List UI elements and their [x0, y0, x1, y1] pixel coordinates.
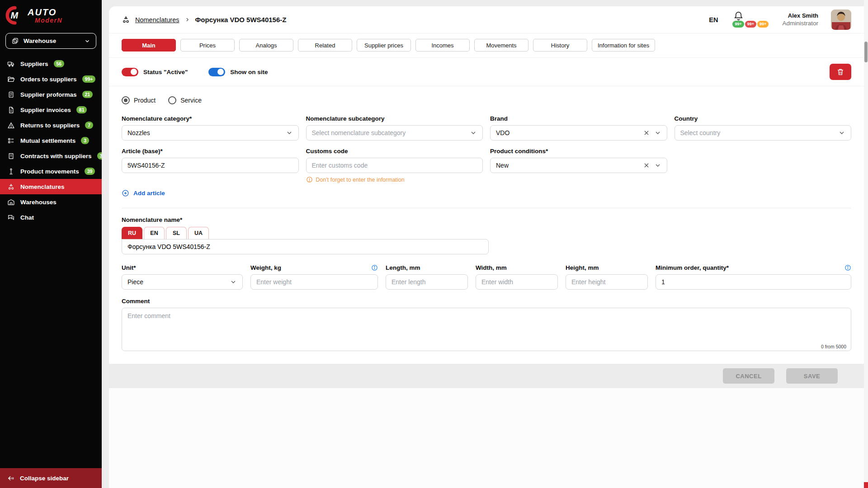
field-label: Width, mm: [476, 264, 558, 271]
tab-related[interactable]: Related: [298, 39, 352, 52]
field-nomenclature-category: Nomenclature category* Nozzles: [122, 115, 299, 141]
count-badge: 39: [85, 168, 95, 175]
warehouse-selector[interactable]: Warehouse: [5, 33, 96, 49]
field-minimum-order: Minimum order, quantity*: [656, 264, 851, 290]
field-product-conditions: Product conditions* New: [490, 148, 667, 183]
chevron-down-icon: [838, 129, 845, 136]
sidebar-item-label: Contracts with suppliers: [20, 153, 92, 160]
nomenclature-name-input[interactable]: [122, 239, 489, 254]
category-value: Nozzles: [127, 129, 282, 136]
user-info: Alex Smith Administrator: [782, 12, 818, 28]
sidebar-item-label: Supplier proformas: [20, 91, 77, 98]
category-select[interactable]: Nozzles: [122, 125, 299, 141]
form-row-1: Nomenclature category* Nozzles Nomenclat…: [122, 115, 851, 141]
sidebar-item-orders-to-suppliers[interactable]: Orders to suppliers 99+: [0, 71, 102, 87]
tab-history[interactable]: History: [533, 39, 587, 52]
subcategory-select[interactable]: Select nomenclature subcategory: [306, 125, 483, 141]
svg-text:M: M: [11, 10, 19, 20]
sidebar-item-chat[interactable]: Chat: [0, 210, 102, 225]
toggle-row: Status "Active" Show on site: [109, 58, 864, 86]
sidebar-item-contracts-with-suppliers[interactable]: Contracts with suppliers 3: [0, 148, 102, 164]
scrollbar-bottom-cap[interactable]: [864, 482, 868, 488]
weight-input[interactable]: [256, 278, 372, 286]
sidebar-item-label: Chat: [20, 214, 34, 221]
sidebar-item-supplier-proformas[interactable]: Supplier proformas 21: [0, 87, 102, 102]
type-radio-group: Product Service: [122, 96, 851, 104]
clear-icon[interactable]: [643, 162, 650, 169]
chevron-right-icon: [184, 17, 190, 23]
info-icon[interactable]: [844, 264, 851, 271]
sidebar-item-product-movements[interactable]: Product movements 39: [0, 164, 102, 179]
notifications-button[interactable]: 99+ 99+ 99+: [731, 9, 769, 30]
hierarchy-icon: [122, 15, 130, 24]
height-input-wrap: [566, 274, 648, 290]
width-input[interactable]: [481, 278, 552, 286]
count-badge: 56: [54, 60, 65, 67]
field-label: Product conditions*: [490, 148, 667, 155]
radio-service[interactable]: Service: [168, 96, 202, 104]
field-brand: Brand VDO: [490, 115, 667, 141]
lang-tab-ua[interactable]: UA: [188, 227, 209, 239]
tab-information-for-sites[interactable]: Information for sites: [592, 39, 655, 52]
sidebar-item-label: Mutual settlements: [20, 137, 75, 144]
truck-icon: [7, 60, 15, 68]
sidebar-item-mutual-settlements[interactable]: Mutual settlements 3: [0, 133, 102, 148]
breadcrumb: Nomenclatures Форсунка VDO 5WS40156-Z: [122, 15, 286, 24]
avatar[interactable]: [831, 9, 851, 30]
toggle-on-blue[interactable]: [208, 68, 225, 76]
collapse-arrow-icon: [7, 474, 15, 482]
content-sheet: Nomenclatures Форсунка VDO 5WS40156-Z EN…: [109, 6, 864, 488]
length-input-wrap: [386, 274, 468, 290]
tab-supplier-prices[interactable]: Supplier prices: [357, 39, 411, 52]
min-order-input[interactable]: [661, 278, 845, 286]
article-input[interactable]: [127, 162, 293, 169]
country-select[interactable]: Select country: [675, 125, 852, 141]
tab-movements[interactable]: Movements: [474, 39, 528, 52]
sidebar-item-suppliers[interactable]: Suppliers 56: [0, 56, 102, 71]
notification-badge-red: 99+: [745, 21, 756, 28]
show-on-site-toggle[interactable]: Show on site: [208, 68, 268, 76]
conditions-select[interactable]: New: [490, 158, 667, 173]
clear-icon[interactable]: [643, 129, 650, 136]
comment-textarea[interactable]: [122, 308, 851, 351]
length-input[interactable]: [392, 278, 462, 286]
sidebar-item-nomenclatures[interactable]: Nomenclatures: [0, 179, 102, 194]
sidebar-item-returns-to-suppliers[interactable]: Returns to suppliers 7: [0, 117, 102, 133]
language-switcher[interactable]: EN: [709, 16, 718, 23]
save-button[interactable]: SAVE: [786, 368, 838, 384]
sidebar-item-label: Supplier invoices: [20, 107, 71, 113]
lang-tab-ru[interactable]: RU: [122, 227, 142, 239]
sidebar-item-label: Suppliers: [20, 61, 48, 67]
sidebar-item-label: Product movements: [20, 168, 79, 175]
sidebar-nav: Suppliers 56 Orders to suppliers 99+ Sup…: [0, 56, 102, 225]
lang-tab-en[interactable]: EN: [144, 227, 165, 239]
radio-product[interactable]: Product: [122, 96, 156, 104]
add-article-button[interactable]: Add article: [122, 189, 165, 197]
status-active-toggle[interactable]: Status "Active": [122, 68, 188, 76]
collapse-sidebar-button[interactable]: Collapse sidebar: [0, 468, 102, 488]
checklist-icon: [7, 137, 15, 145]
sidebar-item-supplier-invoices[interactable]: Supplier invoices 81: [0, 102, 102, 117]
info-icon[interactable]: [371, 264, 378, 271]
height-input[interactable]: [571, 278, 642, 286]
sidebar-item-warehouses[interactable]: Warehouses: [0, 194, 102, 210]
radio-product-label: Product: [134, 97, 156, 104]
tab-incomes[interactable]: Incomes: [415, 39, 470, 52]
scrollbar[interactable]: [864, 0, 868, 488]
field-nomenclature-subcategory: Nomenclature subcategory Select nomencla…: [306, 115, 483, 141]
toggle-on-red[interactable]: [122, 68, 138, 76]
scrollbar-thumb[interactable]: [864, 42, 868, 62]
field-nomenclature-name: Nomenclature name* RU EN SL UA: [122, 216, 851, 254]
customs-code-input[interactable]: [312, 162, 477, 169]
tab-prices[interactable]: Prices: [180, 39, 235, 52]
form-row-2: Article (base)* Customs code Don't forge…: [122, 148, 851, 183]
brand-select[interactable]: VDO: [490, 125, 667, 141]
lang-tab-sl[interactable]: SL: [166, 227, 187, 239]
tab-analogs[interactable]: Analogs: [239, 39, 293, 52]
unit-select[interactable]: Piece: [122, 274, 243, 290]
breadcrumb-link-nomenclatures[interactable]: Nomenclatures: [135, 16, 179, 23]
tab-main[interactable]: Main: [122, 39, 176, 52]
delete-button[interactable]: [830, 64, 851, 80]
unit-value: Piece: [127, 278, 226, 286]
cancel-button[interactable]: CANCEL: [723, 368, 774, 384]
